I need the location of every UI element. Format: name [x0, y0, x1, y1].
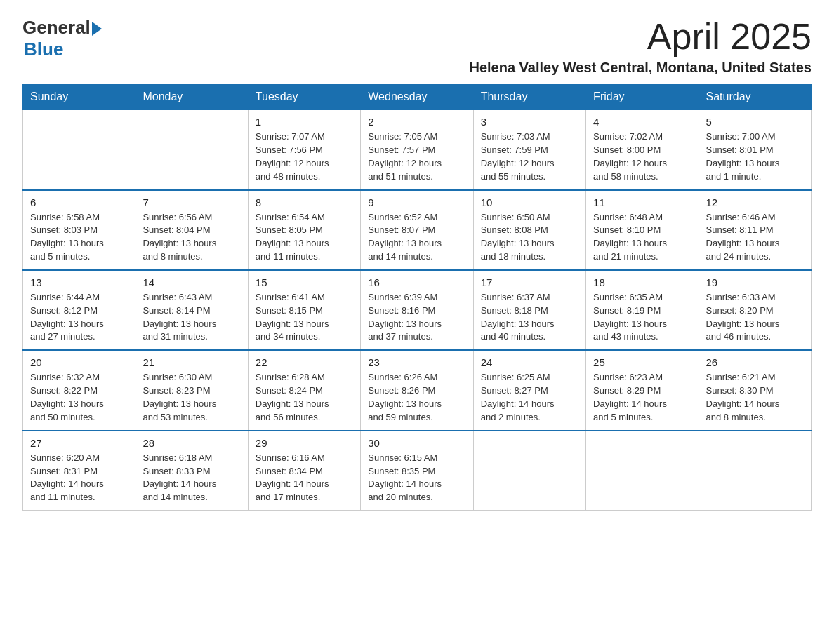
title-area: April 2025 Helena Valley West Central, M…: [469, 17, 812, 76]
calendar-header-saturday: Saturday: [699, 85, 811, 110]
calendar-day-8: 8Sunrise: 6:54 AM Sunset: 8:05 PM Daylig…: [248, 190, 360, 270]
calendar-day-24: 24Sunrise: 6:25 AM Sunset: 8:27 PM Dayli…: [473, 350, 585, 430]
calendar-day-empty: [699, 431, 811, 511]
day-info: Sunrise: 6:18 AM Sunset: 8:33 PM Dayligh…: [143, 452, 240, 504]
calendar-header-monday: Monday: [135, 85, 248, 110]
calendar-week-row: 20Sunrise: 6:32 AM Sunset: 8:22 PM Dayli…: [23, 350, 812, 430]
day-number: 11: [593, 196, 691, 208]
calendar-day-25: 25Sunrise: 6:23 AM Sunset: 8:29 PM Dayli…: [586, 350, 699, 430]
calendar-header-thursday: Thursday: [473, 85, 585, 110]
day-info: Sunrise: 7:07 AM Sunset: 7:56 PM Dayligh…: [256, 130, 353, 183]
calendar-week-row: 13Sunrise: 6:44 AM Sunset: 8:12 PM Dayli…: [23, 270, 812, 350]
day-number: 15: [256, 276, 353, 288]
calendar-day-7: 7Sunrise: 6:56 AM Sunset: 8:04 PM Daylig…: [135, 190, 248, 270]
day-number: 30: [368, 437, 465, 449]
calendar-day-empty: [23, 109, 135, 189]
calendar-week-row: 6Sunrise: 6:58 AM Sunset: 8:03 PM Daylig…: [23, 190, 812, 270]
day-number: 14: [143, 276, 240, 288]
day-number: 20: [30, 356, 128, 368]
calendar-header-row: SundayMondayTuesdayWednesdayThursdayFrid…: [23, 85, 812, 110]
day-number: 21: [143, 356, 240, 368]
calendar-day-empty: [135, 109, 248, 189]
calendar-day-12: 12Sunrise: 6:46 AM Sunset: 8:11 PM Dayli…: [699, 190, 811, 270]
day-info: Sunrise: 7:05 AM Sunset: 7:57 PM Dayligh…: [368, 130, 465, 183]
calendar-day-15: 15Sunrise: 6:41 AM Sunset: 8:15 PM Dayli…: [248, 270, 360, 350]
calendar-day-5: 5Sunrise: 7:00 AM Sunset: 8:01 PM Daylig…: [699, 109, 811, 189]
day-info: Sunrise: 6:32 AM Sunset: 8:22 PM Dayligh…: [30, 371, 128, 424]
calendar-day-19: 19Sunrise: 6:33 AM Sunset: 8:20 PM Dayli…: [699, 270, 811, 350]
calendar-day-empty: [473, 431, 585, 511]
calendar-day-27: 27Sunrise: 6:20 AM Sunset: 8:31 PM Dayli…: [23, 431, 135, 511]
calendar-day-3: 3Sunrise: 7:03 AM Sunset: 7:59 PM Daylig…: [473, 109, 585, 189]
calendar-day-29: 29Sunrise: 6:16 AM Sunset: 8:34 PM Dayli…: [248, 431, 360, 511]
day-info: Sunrise: 6:54 AM Sunset: 8:05 PM Dayligh…: [256, 211, 353, 264]
day-number: 17: [481, 276, 578, 288]
day-info: Sunrise: 6:43 AM Sunset: 8:14 PM Dayligh…: [143, 291, 240, 344]
calendar-day-21: 21Sunrise: 6:30 AM Sunset: 8:23 PM Dayli…: [135, 350, 248, 430]
day-number: 27: [30, 437, 128, 449]
day-info: Sunrise: 6:23 AM Sunset: 8:29 PM Dayligh…: [593, 371, 691, 424]
day-info: Sunrise: 6:48 AM Sunset: 8:10 PM Dayligh…: [593, 211, 691, 264]
calendar-day-6: 6Sunrise: 6:58 AM Sunset: 8:03 PM Daylig…: [23, 190, 135, 270]
day-number: 28: [143, 437, 240, 449]
calendar-day-30: 30Sunrise: 6:15 AM Sunset: 8:35 PM Dayli…: [361, 431, 473, 511]
calendar-day-22: 22Sunrise: 6:28 AM Sunset: 8:24 PM Dayli…: [248, 350, 360, 430]
day-number: 4: [593, 116, 691, 128]
day-number: 5: [706, 116, 804, 128]
logo-arrow-icon: [92, 22, 102, 36]
calendar-day-empty: [586, 431, 699, 511]
calendar-day-23: 23Sunrise: 6:26 AM Sunset: 8:26 PM Dayli…: [361, 350, 473, 430]
day-info: Sunrise: 6:41 AM Sunset: 8:15 PM Dayligh…: [256, 291, 353, 344]
day-info: Sunrise: 6:28 AM Sunset: 8:24 PM Dayligh…: [256, 371, 353, 424]
day-info: Sunrise: 6:30 AM Sunset: 8:23 PM Dayligh…: [143, 371, 240, 424]
day-number: 8: [256, 196, 353, 208]
day-info: Sunrise: 6:15 AM Sunset: 8:35 PM Dayligh…: [368, 452, 465, 504]
day-info: Sunrise: 6:26 AM Sunset: 8:26 PM Dayligh…: [368, 371, 465, 424]
calendar-header-friday: Friday: [586, 85, 699, 110]
day-number: 16: [368, 276, 465, 288]
calendar-header-tuesday: Tuesday: [248, 85, 360, 110]
day-number: 18: [593, 276, 691, 288]
day-number: 13: [30, 276, 128, 288]
calendar-day-10: 10Sunrise: 6:50 AM Sunset: 8:08 PM Dayli…: [473, 190, 585, 270]
day-info: Sunrise: 6:35 AM Sunset: 8:19 PM Dayligh…: [593, 291, 691, 344]
calendar-week-row: 1Sunrise: 7:07 AM Sunset: 7:56 PM Daylig…: [23, 109, 812, 189]
day-number: 7: [143, 196, 240, 208]
day-info: Sunrise: 6:44 AM Sunset: 8:12 PM Dayligh…: [30, 291, 128, 344]
day-number: 19: [706, 276, 804, 288]
day-info: Sunrise: 7:03 AM Sunset: 7:59 PM Dayligh…: [481, 130, 578, 183]
calendar-day-20: 20Sunrise: 6:32 AM Sunset: 8:22 PM Dayli…: [23, 350, 135, 430]
day-number: 24: [481, 356, 578, 368]
day-number: 9: [368, 196, 465, 208]
day-info: Sunrise: 7:00 AM Sunset: 8:01 PM Dayligh…: [706, 130, 804, 183]
calendar-day-11: 11Sunrise: 6:48 AM Sunset: 8:10 PM Dayli…: [586, 190, 699, 270]
calendar-day-26: 26Sunrise: 6:21 AM Sunset: 8:30 PM Dayli…: [699, 350, 811, 430]
day-info: Sunrise: 7:02 AM Sunset: 8:00 PM Dayligh…: [593, 130, 691, 183]
day-number: 1: [256, 116, 353, 128]
calendar-day-28: 28Sunrise: 6:18 AM Sunset: 8:33 PM Dayli…: [135, 431, 248, 511]
day-number: 25: [593, 356, 691, 368]
day-info: Sunrise: 6:39 AM Sunset: 8:16 PM Dayligh…: [368, 291, 465, 344]
day-number: 6: [30, 196, 128, 208]
day-info: Sunrise: 6:16 AM Sunset: 8:34 PM Dayligh…: [256, 452, 353, 504]
day-number: 2: [368, 116, 465, 128]
calendar-day-17: 17Sunrise: 6:37 AM Sunset: 8:18 PM Dayli…: [473, 270, 585, 350]
day-number: 12: [706, 196, 804, 208]
calendar-day-9: 9Sunrise: 6:52 AM Sunset: 8:07 PM Daylig…: [361, 190, 473, 270]
calendar-day-1: 1Sunrise: 7:07 AM Sunset: 7:56 PM Daylig…: [248, 109, 360, 189]
day-info: Sunrise: 6:46 AM Sunset: 8:11 PM Dayligh…: [706, 211, 804, 264]
calendar-week-row: 27Sunrise: 6:20 AM Sunset: 8:31 PM Dayli…: [23, 431, 812, 511]
calendar-day-16: 16Sunrise: 6:39 AM Sunset: 8:16 PM Dayli…: [361, 270, 473, 350]
calendar-day-2: 2Sunrise: 7:05 AM Sunset: 7:57 PM Daylig…: [361, 109, 473, 189]
location-subtitle: Helena Valley West Central, Montana, Uni…: [469, 60, 812, 76]
day-number: 3: [481, 116, 578, 128]
day-info: Sunrise: 6:37 AM Sunset: 8:18 PM Dayligh…: [481, 291, 578, 344]
day-number: 23: [368, 356, 465, 368]
calendar-day-14: 14Sunrise: 6:43 AM Sunset: 8:14 PM Dayli…: [135, 270, 248, 350]
day-info: Sunrise: 6:21 AM Sunset: 8:30 PM Dayligh…: [706, 371, 804, 424]
day-info: Sunrise: 6:20 AM Sunset: 8:31 PM Dayligh…: [30, 452, 128, 504]
day-number: 22: [256, 356, 353, 368]
day-info: Sunrise: 6:52 AM Sunset: 8:07 PM Dayligh…: [368, 211, 465, 264]
day-info: Sunrise: 6:50 AM Sunset: 8:08 PM Dayligh…: [481, 211, 578, 264]
logo-general-text: General: [22, 17, 91, 39]
